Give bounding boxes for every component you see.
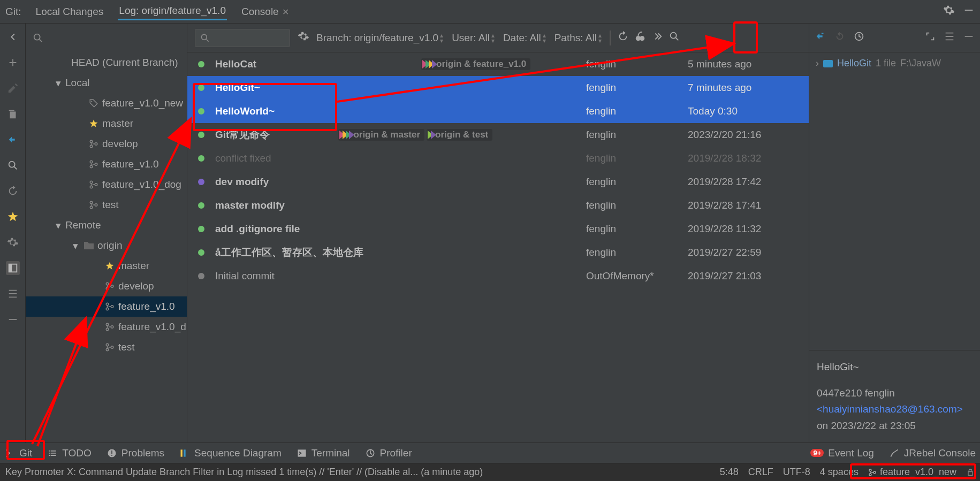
git-branch-status[interactable]: feature_v1.0_new (868, 467, 956, 478)
remote-branch-feature_v1.0[interactable]: feature_v1.0 (26, 296, 187, 317)
head-current-branch[interactable]: HEAD (Current Branch) (26, 52, 187, 73)
svg-point-4 (34, 34, 40, 40)
tab-local-changes[interactable]: Local Changes (35, 4, 105, 20)
expand-all-icon[interactable] (944, 30, 955, 45)
commit-row[interactable]: dev modifyfenglin2019/2/28 17:42 (187, 170, 809, 194)
svg-point-13 (90, 186, 93, 188)
commit-author-email[interactable]: <huaiyinnianshao28@163.com> (817, 403, 963, 415)
svg-rect-0 (965, 10, 973, 11)
date-filter[interactable]: Date: All▴▾ (502, 32, 548, 44)
commit-row[interactable]: HelloCatorigin & feature_v1.0fenglin5 mi… (187, 52, 809, 76)
refresh-log-icon[interactable] (617, 30, 629, 45)
problems-tool-tab[interactable]: Problems (107, 447, 164, 459)
refresh-icon[interactable] (6, 184, 20, 198)
svg-point-23 (111, 306, 113, 308)
svg-point-5 (91, 101, 92, 102)
layout-icon[interactable] (6, 261, 20, 275)
local-branch-develop[interactable]: develop (26, 134, 187, 154)
commit-row[interactable]: conflict fixedfenglin2019/2/28 18:32 (187, 147, 809, 170)
line-separator[interactable]: CRLF (748, 467, 773, 478)
svg-rect-38 (111, 455, 112, 456)
collapse-all-icon[interactable] (6, 312, 20, 326)
branches-panel: HEAD (Current Branch) ▾Local feature_v1.… (26, 24, 187, 442)
commit-row[interactable]: master modifyfenglin2019/2/28 17:41 (187, 194, 809, 217)
add-icon[interactable] (6, 56, 20, 70)
remote-branch-feature_v1.0_d[interactable]: feature_v1.0_d (26, 317, 187, 337)
details-toolbar (809, 24, 980, 52)
cherry-pick-icon[interactable] (634, 30, 646, 45)
commit-row[interactable]: HelloWorld~fenglinToday 0:30 (187, 100, 809, 123)
git-prefix-label: Git: (5, 6, 21, 18)
event-log-tool-tab[interactable]: 9+Event Log (810, 447, 873, 459)
more-actions-icon[interactable] (651, 30, 663, 45)
diff-icon[interactable] (6, 133, 20, 147)
back-icon[interactable] (6, 30, 20, 44)
search-icon[interactable] (6, 158, 20, 172)
svg-rect-46 (968, 471, 973, 475)
svg-point-11 (95, 163, 97, 166)
close-icon[interactable]: ✕ (282, 7, 289, 17)
lock-icon[interactable] (966, 468, 975, 477)
local-branch-master[interactable]: master (26, 113, 187, 134)
commit-list[interactable]: HelloCatorigin & feature_v1.0fenglin5 mi… (187, 52, 809, 442)
jrebel-console-tool-tab[interactable]: JRebel Console (889, 447, 976, 459)
revert-icon[interactable] (834, 30, 846, 45)
remote-branch-test[interactable]: test (26, 337, 187, 357)
expand-icon[interactable] (924, 30, 936, 45)
user-filter[interactable]: User: All▴▾ (450, 32, 496, 44)
origin-group[interactable]: ▾origin (26, 235, 187, 256)
changed-file-row[interactable]: › HelloGit 1 file F:\JavaW (809, 52, 980, 74)
gear-icon[interactable] (6, 235, 20, 249)
svg-point-24 (106, 323, 109, 326)
branch-search[interactable] (26, 24, 187, 52)
folder-icon (823, 60, 833, 67)
bottom-tool-tabs: Git TODO Problems Sequence Diagram Termi… (0, 442, 980, 463)
indent-setting[interactable]: 4 spaces (820, 467, 859, 478)
left-gutter-toolbar (0, 24, 26, 442)
svg-point-1 (9, 162, 14, 167)
history-icon[interactable] (853, 30, 865, 45)
commit-row[interactable]: HelloGit~fenglin7 minutes ago (187, 76, 809, 100)
svg-point-28 (106, 348, 109, 351)
edit-icon[interactable] (6, 81, 20, 95)
file-encoding[interactable]: UTF-8 (783, 467, 810, 478)
local-branch-feature_v1.0[interactable]: feature_v1.0 (26, 154, 187, 174)
git-tool-tab[interactable]: Git (4, 447, 32, 459)
remote-branch-master[interactable]: master (26, 256, 187, 276)
local-branch-test[interactable]: test (26, 195, 187, 215)
svg-rect-3 (9, 264, 12, 272)
todo-tool-tab[interactable]: TODO (47, 447, 92, 459)
remote-branch-develop[interactable]: develop (26, 276, 187, 296)
local-group[interactable]: ▾Local (26, 73, 187, 93)
expand-all-icon[interactable] (6, 287, 20, 301)
remote-group[interactable]: ▾Remote (26, 215, 187, 235)
apply-patch-icon[interactable] (815, 30, 826, 45)
log-search-input[interactable] (195, 29, 290, 47)
notification-badge: 9+ (810, 449, 824, 457)
tab-log[interactable]: Log: origin/feature_v1.0 (118, 3, 227, 20)
paths-filter[interactable]: Paths: All▴▾ (553, 32, 603, 44)
svg-point-7 (90, 145, 93, 148)
commit-row[interactable]: Initial commitOutOfMemory*2019/2/27 21:0… (187, 264, 809, 288)
delete-icon[interactable] (6, 107, 20, 121)
svg-rect-37 (111, 451, 112, 454)
minimize-icon[interactable] (963, 4, 975, 19)
commit-row[interactable]: add .gitignore filefenglin2019/2/28 11:3… (187, 217, 809, 241)
sequence-diagram-tool-tab[interactable]: Sequence Diagram (179, 447, 282, 459)
caret-position[interactable]: 5:48 (720, 467, 739, 478)
collapse-all-icon[interactable] (963, 30, 975, 45)
svg-point-27 (106, 343, 109, 346)
local-branch-feature_v1.0_new[interactable]: feature_v1.0_new (26, 93, 187, 113)
commit-row[interactable]: Git常见命令origin & masterorigin & testfengl… (187, 123, 809, 147)
profiler-tool-tab[interactable]: Profiler (365, 447, 412, 459)
local-branch-feature_v1.0_dog[interactable]: feature_v1.0_dog (26, 174, 187, 195)
svg-point-26 (111, 326, 113, 329)
terminal-tool-tab[interactable]: Terminal (297, 447, 350, 459)
find-icon[interactable] (668, 30, 680, 45)
tab-console[interactable]: Console✕ (240, 4, 290, 20)
settings-icon[interactable] (943, 4, 955, 19)
favorite-star-icon[interactable] (6, 210, 20, 224)
branch-filter[interactable]: Branch: origin/feature_v1.0▴▾ (315, 32, 445, 44)
commit-row[interactable]: å工作工作区、暂存区、本地仓库fenglin2019/2/27 22:59 (187, 241, 809, 264)
log-search-settings-icon[interactable] (298, 30, 309, 45)
